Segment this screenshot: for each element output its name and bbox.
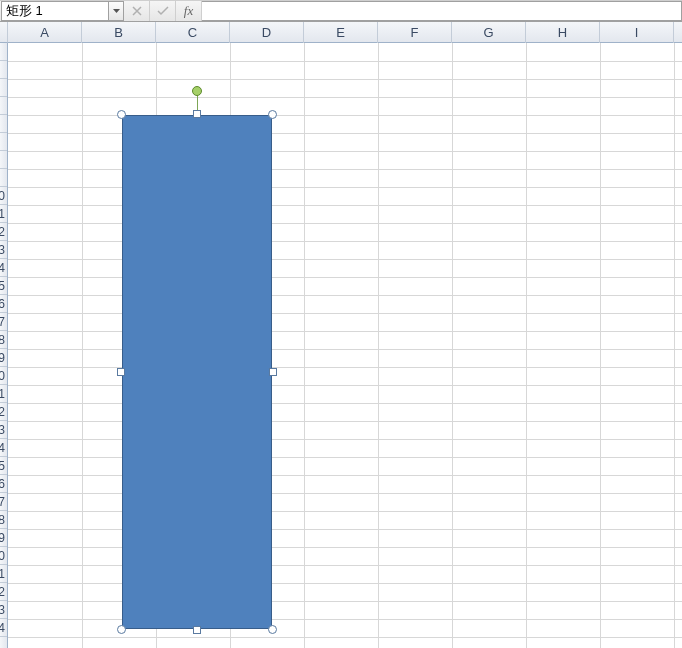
gridline-h xyxy=(8,187,682,188)
row-header[interactable]: 9 xyxy=(0,529,7,547)
row-header[interactable]: 6 xyxy=(0,475,7,493)
resize-handle-e[interactable] xyxy=(269,368,277,376)
insert-function-button[interactable]: fx xyxy=(176,1,202,21)
row-header[interactable]: 0 xyxy=(0,547,7,565)
row-header[interactable] xyxy=(0,169,7,187)
gridline-h xyxy=(8,151,682,152)
row-header[interactable]: 3 xyxy=(0,241,7,259)
row-header[interactable]: 5 xyxy=(0,277,7,295)
row-header[interactable] xyxy=(0,97,7,115)
resize-handle-w[interactable] xyxy=(117,368,125,376)
row-header[interactable]: 1 xyxy=(0,385,7,403)
gridline-h xyxy=(8,601,682,602)
resize-handle-s[interactable] xyxy=(193,626,201,634)
gridline-h xyxy=(8,295,682,296)
shape-rectangle-1[interactable] xyxy=(122,115,272,629)
fx-icon: fx xyxy=(184,3,193,19)
row-header[interactable]: 6 xyxy=(0,295,7,313)
name-box-dropdown[interactable] xyxy=(109,1,124,21)
row-header[interactable] xyxy=(0,115,7,133)
gridline-h xyxy=(8,205,682,206)
row-header[interactable] xyxy=(0,61,7,79)
column-header-C[interactable]: C xyxy=(156,22,230,43)
row-header[interactable]: 1 xyxy=(0,565,7,583)
column-headers: ABCDEFGHI xyxy=(0,22,682,43)
row-header[interactable]: 8 xyxy=(0,331,7,349)
row-header[interactable]: 5 xyxy=(0,457,7,475)
cell-grid[interactable] xyxy=(8,43,682,648)
row-header[interactable] xyxy=(0,43,7,61)
row-header[interactable] xyxy=(0,151,7,169)
row-header[interactable]: 4 xyxy=(0,439,7,457)
gridline-h xyxy=(8,133,682,134)
column-header-B[interactable]: B xyxy=(82,22,156,43)
gridline-h xyxy=(8,493,682,494)
row-header[interactable]: 4 xyxy=(0,259,7,277)
row-header[interactable]: 0 xyxy=(0,367,7,385)
name-box[interactable]: 矩形 1 xyxy=(1,1,109,21)
row-header[interactable]: 2 xyxy=(0,223,7,241)
name-box-value: 矩形 1 xyxy=(6,2,43,20)
gridline-h xyxy=(8,637,682,638)
gridline-h xyxy=(8,511,682,512)
row-header[interactable] xyxy=(0,133,7,151)
resize-handle-ne[interactable] xyxy=(268,110,277,119)
shape-body[interactable] xyxy=(122,115,272,629)
gridline-h xyxy=(8,277,682,278)
gridline-h xyxy=(8,385,682,386)
row-header[interactable]: 2 xyxy=(0,583,7,601)
row-header[interactable]: 9 xyxy=(0,349,7,367)
column-header-I[interactable]: I xyxy=(600,22,674,43)
column-header-G[interactable]: G xyxy=(452,22,526,43)
gridline-h xyxy=(8,331,682,332)
gridline-h xyxy=(8,79,682,80)
resize-handle-sw[interactable] xyxy=(117,625,126,634)
row-header[interactable]: 7 xyxy=(0,493,7,511)
column-header-D[interactable]: D xyxy=(230,22,304,43)
gridline-h xyxy=(8,313,682,314)
resize-handle-n[interactable] xyxy=(193,110,201,118)
column-header-E[interactable]: E xyxy=(304,22,378,43)
gridline-h xyxy=(8,169,682,170)
row-header[interactable]: 0 xyxy=(0,187,7,205)
row-header[interactable]: 3 xyxy=(0,421,7,439)
formula-input[interactable] xyxy=(202,1,682,21)
row-header[interactable]: 1 xyxy=(0,205,7,223)
row-header[interactable]: 4 xyxy=(0,619,7,637)
select-all-corner[interactable] xyxy=(0,22,8,43)
gridline-v xyxy=(526,43,527,648)
column-header-H[interactable]: H xyxy=(526,22,600,43)
gridline-h xyxy=(8,259,682,260)
rotate-handle[interactable] xyxy=(192,86,202,96)
gridline-h xyxy=(8,115,682,116)
resize-handle-se[interactable] xyxy=(268,625,277,634)
gridline-v xyxy=(452,43,453,648)
gridline-h xyxy=(8,565,682,566)
column-header-F[interactable]: F xyxy=(378,22,452,43)
check-icon xyxy=(157,6,169,16)
gridline-h xyxy=(8,403,682,404)
confirm-button xyxy=(150,1,176,21)
gridline-h xyxy=(8,529,682,530)
column-header-A[interactable]: A xyxy=(8,22,82,43)
resize-handle-nw[interactable] xyxy=(117,110,126,119)
cancel-button xyxy=(124,1,150,21)
gridline-h xyxy=(8,439,682,440)
row-header[interactable]: 8 xyxy=(0,511,7,529)
gridline-h xyxy=(8,367,682,368)
gridline-h xyxy=(8,475,682,476)
x-icon xyxy=(132,6,142,16)
gridline-h xyxy=(8,61,682,62)
gridline-v xyxy=(378,43,379,648)
worksheet: ABCDEFGHI 0123456789012345678901234 xyxy=(0,22,682,648)
gridline-h xyxy=(8,97,682,98)
gridline-h xyxy=(8,241,682,242)
formula-bar: 矩形 1 fx xyxy=(0,0,682,22)
row-header[interactable]: 2 xyxy=(0,403,7,421)
gridline-h xyxy=(8,223,682,224)
row-header[interactable] xyxy=(0,79,7,97)
gridline-h xyxy=(8,349,682,350)
row-header[interactable]: 3 xyxy=(0,601,7,619)
row-header[interactable]: 7 xyxy=(0,313,7,331)
gridline-h xyxy=(8,619,682,620)
